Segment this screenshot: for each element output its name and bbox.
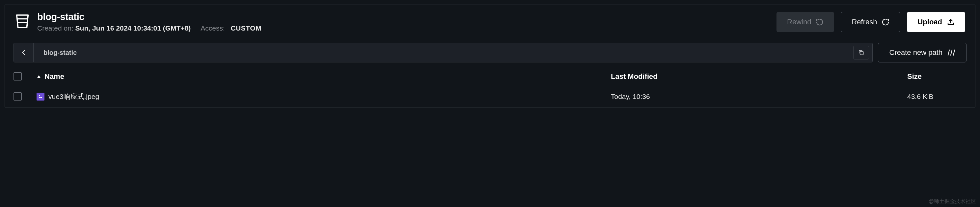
column-name-header[interactable]: Name xyxy=(37,72,611,81)
watermark: @稀土掘金技术社区 xyxy=(929,198,976,205)
created-label: Created on: xyxy=(37,24,73,32)
created-value: Sun, Jun 16 2024 10:34:01 (GMT+8) xyxy=(75,24,191,32)
column-modified-header[interactable]: Last Modified xyxy=(611,72,907,81)
access-label: Access: xyxy=(200,24,225,32)
rewind-button: Rewind xyxy=(776,12,834,32)
refresh-label: Refresh xyxy=(851,18,877,26)
header-left: blog-static Created on: Sun, Jun 16 2024… xyxy=(15,11,261,32)
create-path-label: Create new path xyxy=(889,48,942,57)
select-all-cell xyxy=(13,72,37,81)
table-header: Name Last Modified Size xyxy=(13,67,967,86)
svg-point-6 xyxy=(39,95,40,96)
svg-line-4 xyxy=(951,50,952,55)
file-table: Name Last Modified Size vue3响应式.jpeg Tod… xyxy=(5,67,975,107)
access-info: Access: CUSTOM xyxy=(200,24,261,32)
copy-path-button[interactable] xyxy=(853,46,869,60)
access-value: CUSTOM xyxy=(231,24,261,32)
file-size: 43.6 KiB xyxy=(907,93,967,101)
rewind-icon xyxy=(816,18,824,26)
breadcrumb-container: blog-static xyxy=(13,43,873,62)
refresh-icon xyxy=(881,18,889,26)
image-file-icon xyxy=(37,93,45,101)
svg-rect-2 xyxy=(860,52,863,55)
row-checkbox-cell xyxy=(13,92,37,101)
upload-button[interactable]: Upload xyxy=(907,12,965,32)
upload-icon xyxy=(947,18,955,26)
row-checkbox[interactable] xyxy=(13,92,22,101)
select-all-checkbox[interactable] xyxy=(13,72,22,81)
header-actions: Rewind Refresh Upload xyxy=(776,12,965,32)
chevron-left-icon xyxy=(20,49,27,56)
refresh-button[interactable]: Refresh xyxy=(841,12,900,32)
file-name: vue3响应式.jpeg xyxy=(48,92,99,101)
create-path-button[interactable]: Create new path xyxy=(878,43,967,62)
breadcrumb-path[interactable]: blog-static xyxy=(33,49,853,57)
bucket-title: blog-static xyxy=(37,11,261,22)
file-name-cell: vue3响应式.jpeg xyxy=(37,92,611,101)
toolbar: blog-static Create new path xyxy=(5,38,975,67)
svg-line-5 xyxy=(953,50,955,55)
path-icon xyxy=(947,49,955,56)
bucket-header: blog-static Created on: Sun, Jun 16 2024… xyxy=(5,5,975,38)
created-info: Created on: Sun, Jun 16 2024 10:34:01 (G… xyxy=(37,24,191,32)
upload-label: Upload xyxy=(918,18,942,26)
header-meta: Created on: Sun, Jun 16 2024 10:34:01 (G… xyxy=(37,24,261,32)
back-button[interactable] xyxy=(14,43,33,62)
header-info: blog-static Created on: Sun, Jun 16 2024… xyxy=(37,11,261,32)
svg-line-3 xyxy=(948,50,950,55)
rewind-label: Rewind xyxy=(787,18,811,26)
file-modified: Today, 10:36 xyxy=(611,93,907,101)
column-size-header[interactable]: Size xyxy=(907,72,967,81)
sort-asc-icon xyxy=(37,74,41,79)
copy-icon xyxy=(858,49,864,56)
column-name-label: Name xyxy=(45,72,64,81)
table-row[interactable]: vue3响应式.jpeg Today, 10:36 43.6 KiB xyxy=(13,86,967,107)
bucket-panel: blog-static Created on: Sun, Jun 16 2024… xyxy=(5,5,975,107)
bucket-icon xyxy=(15,13,30,31)
